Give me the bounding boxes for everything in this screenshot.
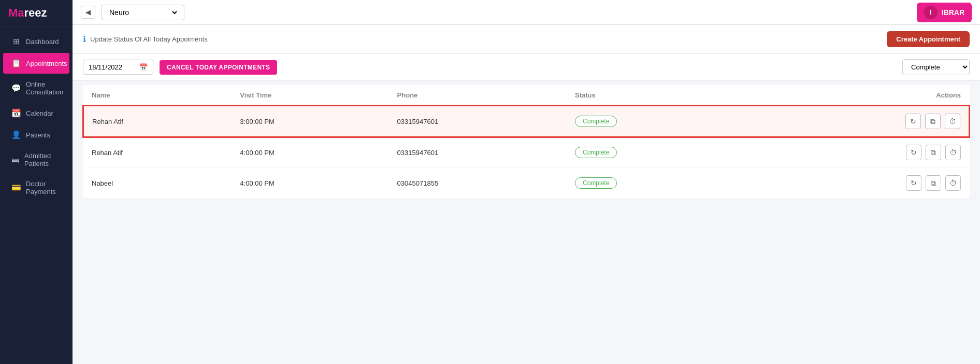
table-area: Name Visit Time Phone Status Actions Reh… [73, 85, 980, 209]
content-area: ℹ Update Status Of All Today Appoiments … [73, 25, 980, 364]
sidebar-item-doctor-payments[interactable]: 💳 Doctor Payments [3, 174, 69, 201]
filters-row: 📅 CANCEL TODAY APPOINTMENTS Complete Pen… [73, 54, 980, 81]
cancel-today-button[interactable]: CANCEL TODAY APPOINTMENTS [160, 60, 277, 75]
sidebar-item-label: Appointments [26, 60, 67, 67]
sidebar-item-admitted-patients[interactable]: 🛏 Admitted Patients [3, 146, 69, 173]
sidebar-item-appointments[interactable]: 📋 Appointments [3, 53, 69, 74]
back-button[interactable]: ◀ [81, 6, 95, 19]
update-notice: ℹ Update Status Of All Today Appoiments [83, 34, 208, 44]
view-button[interactable]: ⧉ [926, 145, 941, 160]
view-button[interactable]: ⧉ [925, 114, 941, 129]
main-area: ◀ Neuro I IBRAR ℹ Update Status Of All T… [73, 0, 980, 364]
refresh-button[interactable]: ↻ [906, 145, 921, 160]
refresh-button[interactable]: ↻ [905, 114, 921, 129]
clinic-dropdown[interactable]: Neuro [107, 8, 179, 17]
sidebar-item-label: Admitted Patients [24, 152, 61, 167]
clock-button[interactable]: ⏱ [945, 145, 961, 160]
calendar-icon: 📆 [11, 108, 21, 118]
table-row: Nabeel 4:00:00 PM 03045071855 Complete ↻… [83, 168, 969, 199]
avatar: I [924, 6, 938, 19]
cell-name: Rehan Atif [83, 106, 232, 137]
calendar-icon: 📅 [139, 63, 148, 71]
table-row: Rehan Atif 4:00:00 PM 03315947601 Comple… [83, 137, 969, 168]
col-phone: Phone [389, 85, 567, 106]
action-icons: ↻ ⧉ ⏱ [756, 145, 961, 160]
sidebar-item-calendar[interactable]: 📆 Calendar [3, 103, 69, 123]
date-input[interactable] [89, 63, 135, 71]
date-picker-wrapper[interactable]: 📅 [83, 60, 153, 75]
cell-status: Complete [567, 106, 747, 137]
sidebar-item-label: Patients [26, 131, 50, 139]
patients-icon: 👤 [11, 130, 21, 139]
user-profile-button[interactable]: I IBRAR [917, 3, 972, 22]
status-badge: Complete [575, 147, 617, 158]
cell-name: Rehan Atif [83, 137, 232, 168]
cell-name: Nabeel [83, 168, 232, 199]
sidebar-item-label: Online Consultation [26, 80, 63, 96]
cell-visit-time: 4:00:00 PM [232, 168, 388, 199]
sidebar: Mareez ⊞ Dashboard 📋 Appointments 💬 Onli… [0, 0, 73, 364]
sidebar-item-label: Dashboard [26, 38, 59, 46]
col-name: Name [83, 85, 232, 106]
col-visit-time: Visit Time [232, 85, 388, 106]
clock-button[interactable]: ⏱ [945, 114, 960, 129]
appointments-table: Name Visit Time Phone Status Actions Reh… [83, 85, 970, 199]
cell-phone: 03315947601 [389, 106, 567, 137]
cell-actions: ↻ ⧉ ⏱ [747, 106, 969, 137]
status-badge: Complete [575, 177, 617, 189]
sidebar-item-dashboard[interactable]: ⊞ Dashboard [3, 31, 69, 52]
cell-actions: ↻ ⧉ ⏱ [747, 168, 969, 199]
cell-phone: 03045071855 [389, 168, 567, 199]
sidebar-logo: Mareez [0, 0, 73, 26]
view-button[interactable]: ⧉ [926, 175, 941, 191]
col-actions: Actions [747, 85, 969, 106]
topbar: ◀ Neuro I IBRAR [73, 0, 980, 25]
sidebar-item-online-consultation[interactable]: 💬 Online Consultation [3, 75, 69, 102]
user-name: IBRAR [942, 8, 964, 17]
create-appointment-button[interactable]: Create Appointment [887, 31, 970, 47]
col-status: Status [567, 85, 747, 106]
action-icons: ↻ ⧉ ⏱ [756, 175, 961, 191]
clock-button[interactable]: ⏱ [945, 175, 961, 191]
status-filter-select[interactable]: Complete Pending Cancelled All [902, 59, 970, 75]
action-icons: ↻ ⧉ ⏱ [756, 114, 960, 129]
cell-visit-time: 3:00:00 PM [232, 106, 388, 137]
sidebar-nav: ⊞ Dashboard 📋 Appointments 💬 Online Cons… [0, 26, 73, 206]
info-icon: ℹ [83, 34, 86, 44]
cell-status: Complete [567, 168, 747, 199]
online-consultation-icon: 💬 [11, 83, 21, 93]
refresh-button[interactable]: ↻ [906, 175, 921, 191]
cell-actions: ↻ ⧉ ⏱ [747, 137, 969, 168]
toolbar-row: ℹ Update Status Of All Today Appoiments … [73, 25, 980, 54]
sidebar-item-label: Calendar [26, 109, 53, 117]
logo: Mareez [8, 6, 47, 20]
table-header-row: Name Visit Time Phone Status Actions [83, 85, 969, 106]
notice-text: Update Status Of All Today Appoiments [90, 35, 208, 43]
status-badge: Complete [575, 116, 617, 127]
table-row: Rehan Atif 3:00:00 PM 03315947601 Comple… [83, 106, 969, 137]
dashboard-icon: ⊞ [11, 37, 21, 46]
sidebar-item-label: Doctor Payments [26, 180, 61, 195]
cell-status: Complete [567, 137, 747, 168]
appointments-icon: 📋 [11, 59, 21, 68]
cell-phone: 03315947601 [389, 137, 567, 168]
clinic-selector[interactable]: Neuro [102, 5, 184, 20]
doctor-payments-icon: 💳 [11, 183, 21, 192]
admitted-patients-icon: 🛏 [11, 156, 19, 164]
cell-visit-time: 4:00:00 PM [232, 137, 388, 168]
sidebar-item-patients[interactable]: 👤 Patients [3, 124, 69, 145]
back-icon: ◀ [85, 8, 91, 16]
